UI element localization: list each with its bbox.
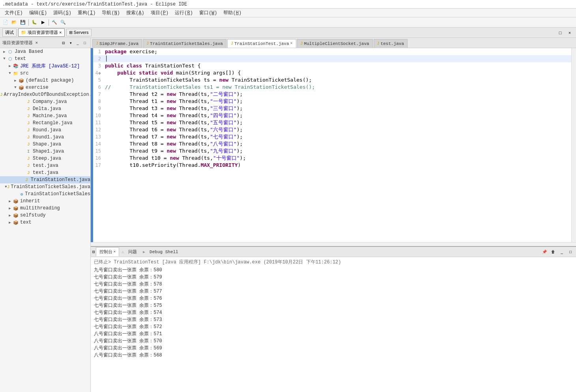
indent-4: [105, 69, 117, 77]
console-line-7: 七号窗口卖出一张票 余票：573: [94, 316, 573, 323]
tree-item-selfstudy[interactable]: ▶ 📦 selfstudy: [0, 212, 90, 219]
perspective-debug[interactable]: 调试: [2, 28, 17, 37]
console-pin-btn[interactable]: 📌: [540, 248, 548, 256]
scrollbar-v[interactable]: [571, 48, 576, 242]
code-text-13c: );: [237, 133, 243, 140]
console-min-btn[interactable]: _: [558, 248, 566, 256]
menu-edit[interactable]: 编辑(E): [26, 9, 50, 17]
tab-issues[interactable]: 问题: [125, 247, 140, 256]
tree-arrow-selfstudy[interactable]: ▶: [7, 213, 13, 218]
tree-item-test[interactable]: J test.java: [0, 162, 90, 169]
kw-new-7: new: [167, 91, 176, 98]
tab-trainstationtest[interactable]: J TrainStationTest.java ×: [227, 39, 296, 48]
tree-item-round1[interactable]: J Round1.java: [0, 134, 90, 141]
tree-arrow-jre[interactable]: ▶: [7, 64, 13, 68]
console-line-0: 九号窗口卖出一张票 余票：580: [94, 267, 573, 274]
code-area[interactable]: 1 package exercise; 2 │ 3 public class T…: [93, 48, 571, 242]
tree-item-trainstationtest[interactable]: J TrainStationTest.java: [0, 176, 90, 183]
code-line-6: 6 // TrainStationTicketSales ts1 = new T…: [93, 84, 571, 91]
tab-multipleclientsocket[interactable]: J MultipleClientSocket.java: [297, 39, 373, 48]
code-text-3: TrainStationTest {: [142, 62, 201, 69]
perspective-servers[interactable]: ⊞ Servers: [66, 29, 92, 36]
s4b: [157, 69, 161, 77]
tree-item-multithreading[interactable]: ▶ 📦 multithreading: [0, 205, 90, 212]
tab-console-close[interactable]: ×: [114, 250, 116, 254]
tree-item-rectangle[interactable]: J Rectangle.java: [0, 119, 90, 127]
console-line-5: 七号窗口卖出一张票 余票：575: [94, 302, 573, 309]
tree-item-src[interactable]: ▼ 📁 src: [0, 70, 90, 77]
toolbar-run[interactable]: ▶: [39, 19, 47, 26]
tree-item-machine[interactable]: J Machine.java: [0, 112, 90, 119]
tree-arrow-java-based[interactable]: ▶: [2, 50, 7, 54]
sidebar-max-btn[interactable]: □: [82, 40, 88, 46]
code-line-9: 9 Thread t3 = new Thread(ts,"三号窗口");: [93, 105, 571, 112]
perspective-project-explorer[interactable]: 📁 项目资源管理器 ×: [18, 28, 65, 37]
line-num-7: 7: [93, 91, 105, 98]
menu-search[interactable]: 搜索(A): [123, 9, 148, 17]
tree-item-text-java[interactable]: J text.java: [0, 169, 90, 176]
tab-debug-shell[interactable]: Debug Shell: [146, 248, 182, 256]
tree-item-inherit[interactable]: ▶ 📦 inherit: [0, 198, 90, 205]
sidebar-menu-btn[interactable]: ▾: [67, 40, 74, 46]
toolbar-build[interactable]: 🔨: [50, 19, 58, 26]
tree-item-default-pkg[interactable]: ▶ 📦 (default package): [0, 77, 90, 84]
menu-refactor[interactable]: 重构(I): [75, 9, 99, 17]
sidebar-collapse-btn[interactable]: ⊟: [60, 40, 67, 46]
tree-item-steep[interactable]: J Steep.java: [0, 155, 90, 162]
menu-project[interactable]: 项目(P): [148, 9, 172, 17]
scrollbar-h[interactable]: [91, 242, 576, 246]
tree-item-arrayindex[interactable]: J ArrayIndexOutOfBoundsException.java: [0, 91, 90, 98]
tree-arrow-default-pkg[interactable]: ▶: [13, 78, 18, 83]
tree-item-text-project[interactable]: ▼ ⬡ text: [0, 55, 90, 62]
tree-arrow-inherit[interactable]: ▶: [7, 199, 13, 203]
tree-item-text-pkg[interactable]: ▶ 📦 text: [0, 219, 90, 226]
toolbar-debug[interactable]: 🐛: [30, 19, 38, 26]
editor-wrapper: J SimpJFrame.java J TrainStationTicketSa…: [91, 38, 576, 392]
menu-run[interactable]: 运行(R): [172, 9, 196, 17]
tab-simpjframe[interactable]: J SimpJFrame.java: [92, 39, 142, 48]
kw-new-16: new: [170, 155, 179, 162]
tab-trainstationticketsales[interactable]: J TrainStationTicketSales.java: [143, 39, 226, 48]
toolbar-open[interactable]: 📂: [10, 19, 18, 26]
tree-arrow-text-pkg[interactable]: ▶: [7, 220, 13, 225]
tree-item-shape[interactable]: J Shape.java: [0, 141, 90, 148]
tree-item-trainstationticketsales[interactable]: ▼ J TrainStationTicketSales.java: [0, 183, 90, 190]
console-line-12: 八号窗口卖出一张票 余票：568: [94, 352, 573, 359]
code-text-4: main(String args[]) {: [173, 69, 241, 77]
menu-navigate[interactable]: 导航(N): [99, 9, 123, 17]
max-btn[interactable]: ×: [566, 29, 574, 37]
tree-item-delta[interactable]: J Delta.java: [0, 105, 90, 112]
tree-arrow-src[interactable]: ▼: [7, 71, 13, 75]
sidebar-min-btn[interactable]: _: [75, 40, 81, 46]
tree-arrow-multithreading[interactable]: ▶: [7, 206, 13, 211]
menu-file[interactable]: 文件(F): [2, 9, 26, 17]
tree-arrow-exercise[interactable]: ▼: [13, 86, 18, 90]
tree-arrow-text[interactable]: ▼: [2, 57, 7, 61]
console-max-btn[interactable]: □: [567, 248, 574, 256]
tree-item-shape1[interactable]: I Shape1.java: [0, 148, 90, 155]
console-tabs: ⊡ 控制台 × ⚠ 问题 ▶ Debug Shell 📌 🗑 _ □: [91, 247, 576, 257]
menu-source[interactable]: 源码(S): [50, 9, 75, 17]
str-15: "九号窗口": [210, 147, 237, 155]
tree-item-round[interactable]: J Round.java: [0, 127, 90, 134]
tree-item-trainstationticketsales-class[interactable]: ⊙ TrainStationTicketSales: [0, 190, 90, 198]
console-clear-btn[interactable]: 🗑: [549, 248, 557, 256]
tree-item-java-based[interactable]: ▶ ⬡ Java Based: [0, 48, 90, 55]
code-text-9b: Thread(ts,: [176, 105, 210, 112]
menu-window[interactable]: 窗口(W): [196, 9, 221, 17]
tree-item-company[interactable]: J Company.java: [0, 98, 90, 105]
tree-label-text: text: [15, 56, 26, 62]
tree-item-jre[interactable]: ▶ 📚 JRE 系统库 [JavaSE-12]: [0, 62, 90, 70]
tab-test[interactable]: J test.java: [374, 39, 408, 48]
tab-close-tst[interactable]: ×: [290, 41, 293, 46]
min-btn[interactable]: □: [556, 29, 564, 37]
toolbar-search2[interactable]: 🔍: [59, 19, 67, 26]
menu-help[interactable]: 帮助(H): [220, 9, 245, 17]
tab-debug-shell-label: Debug Shell: [150, 250, 178, 254]
tab-console[interactable]: 控制台 ×: [96, 247, 119, 256]
code-line-5: 5 TrainStationTicketSales ts = new Train…: [93, 77, 571, 84]
console-output[interactable]: 已终止> TrainStationTest [Java 应用程序] F:\jdk…: [91, 257, 576, 392]
toolbar-new[interactable]: 📄: [2, 19, 9, 26]
tree-item-exercise[interactable]: ▼ 📦 exercise: [0, 84, 90, 91]
toolbar-save[interactable]: 💾: [19, 19, 27, 26]
